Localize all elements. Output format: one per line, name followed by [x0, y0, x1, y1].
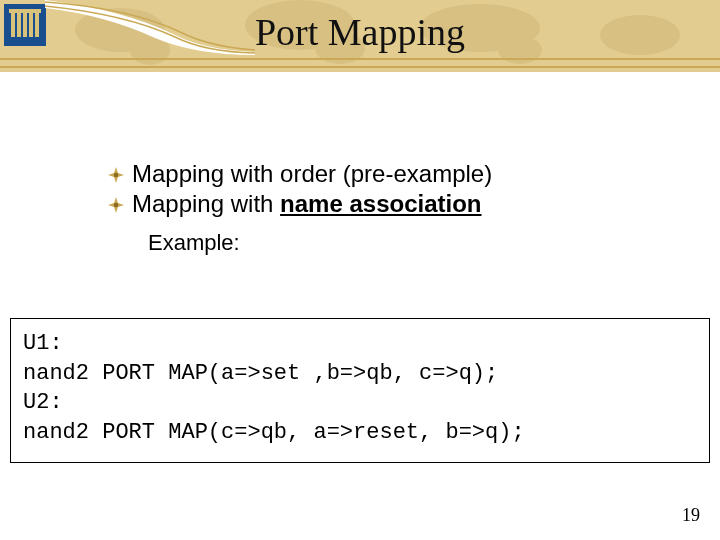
- content-area: Mapping with order (pre-example) Mapping…: [0, 72, 720, 256]
- divider-line: [0, 66, 720, 68]
- compass-bullet-icon: [108, 197, 124, 213]
- page-number: 19: [682, 505, 700, 526]
- slide-title: Port Mapping: [0, 10, 720, 54]
- svg-point-16: [114, 203, 118, 207]
- bullet-text: Mapping with name association: [132, 190, 482, 218]
- code-block: U1: nand2 PORT MAP(a=>set ,b=>qb, c=>q);…: [10, 318, 710, 463]
- divider-line: [0, 58, 720, 60]
- title-band: Port Mapping: [0, 0, 720, 72]
- bullet-item: Mapping with name association: [108, 190, 690, 218]
- example-label: Example:: [148, 230, 690, 256]
- compass-bullet-icon: [108, 167, 124, 183]
- svg-point-14: [114, 173, 118, 177]
- bullet-item: Mapping with order (pre-example): [108, 160, 690, 188]
- bullet-text: Mapping with order (pre-example): [132, 160, 492, 188]
